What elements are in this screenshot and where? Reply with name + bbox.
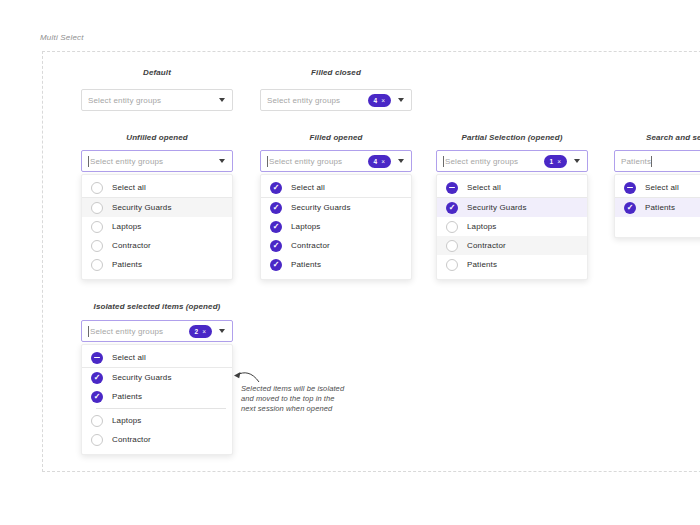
annotation-line: and moved to the top in the xyxy=(241,394,344,404)
clear-selection-icon[interactable]: × xyxy=(381,97,385,104)
text-cursor xyxy=(443,156,444,167)
checkbox-icon xyxy=(446,221,458,233)
text-cursor xyxy=(88,326,89,337)
checkbox-icon xyxy=(270,182,282,194)
example-header-isolated: Isolated selected items (opened) xyxy=(81,302,233,311)
checkbox-icon xyxy=(624,202,636,214)
isolation-divider xyxy=(96,408,226,409)
annotation-line: next session when opened xyxy=(241,404,344,414)
checkbox-icon xyxy=(270,202,282,214)
option-patients[interactable]: Patients xyxy=(615,198,700,217)
example-header-default: Default xyxy=(81,68,233,77)
option-security-guards[interactable]: Security Guards xyxy=(261,198,411,217)
checkbox-icon xyxy=(624,182,636,194)
example-header-search: Search and select xyxy=(646,133,700,142)
select-placeholder: Select entity groups xyxy=(445,157,544,166)
select-placeholder: Select entity groups xyxy=(269,157,368,166)
option-contractor[interactable]: Contractor xyxy=(82,236,232,255)
caret-down-icon xyxy=(398,159,404,163)
checkbox-icon xyxy=(91,352,103,364)
multiselect-partial[interactable]: Select entity groups 1 × xyxy=(436,150,588,172)
checkbox-icon xyxy=(91,221,103,233)
dropdown-panel: Select all Patients xyxy=(614,174,700,238)
annotation-line: Selected items will be isolated xyxy=(241,384,344,394)
option-select-all[interactable]: Select all xyxy=(82,178,232,197)
option-select-all[interactable]: Select all xyxy=(82,348,232,367)
dropdown-panel: Select all Security Guards Laptops Contr… xyxy=(260,174,412,280)
option-patients[interactable]: Patients xyxy=(82,387,232,406)
checkbox-icon xyxy=(91,372,103,384)
selection-count-badge: 2 × xyxy=(189,325,212,338)
checkbox-icon xyxy=(446,182,458,194)
option-select-all[interactable]: Select all xyxy=(615,178,700,197)
select-placeholder: Select entity groups xyxy=(267,96,368,105)
text-cursor xyxy=(267,156,268,167)
annotation-note: Selected items will be isolated and move… xyxy=(241,384,344,414)
design-canvas: Multi Select Default Select entity group… xyxy=(0,0,700,525)
option-laptops[interactable]: Laptops xyxy=(82,217,232,236)
checkbox-icon xyxy=(91,391,103,403)
checkbox-icon xyxy=(446,259,458,271)
checkbox-icon xyxy=(91,202,103,214)
multiselect-unfilled-opened[interactable]: Select entity groups xyxy=(81,150,233,172)
search-input-value: Patients xyxy=(621,157,651,166)
badge-count: 4 xyxy=(374,97,378,104)
annotation-arrow-icon xyxy=(233,369,260,383)
checkbox-icon xyxy=(91,240,103,252)
selection-count-badge: 1 × xyxy=(544,155,567,168)
multiselect-search[interactable]: Patients xyxy=(614,150,700,172)
select-placeholder: Select entity groups xyxy=(88,96,219,105)
option-security-guards[interactable]: Security Guards xyxy=(437,198,587,217)
clear-selection-icon[interactable]: × xyxy=(202,328,206,335)
multiselect-filled-opened[interactable]: Select entity groups 4 × xyxy=(260,150,412,172)
select-placeholder: Select entity groups xyxy=(90,327,189,336)
clear-selection-icon[interactable]: × xyxy=(381,158,385,165)
checkbox-icon xyxy=(91,434,103,446)
caret-down-icon xyxy=(219,159,225,163)
example-header-filled-closed: Filled closed xyxy=(260,68,412,77)
option-select-all[interactable]: Select all xyxy=(261,178,411,197)
clear-selection-icon[interactable]: × xyxy=(557,158,561,165)
checkbox-icon xyxy=(270,240,282,252)
page-title: Multi Select xyxy=(40,33,84,42)
caret-down-icon xyxy=(219,98,225,102)
example-header-unfilled-opened: Unfilled opened xyxy=(81,133,233,142)
multiselect-default[interactable]: Select entity groups xyxy=(81,89,233,111)
selection-count-badge: 4 × xyxy=(368,94,391,107)
option-patients[interactable]: Patients xyxy=(82,255,232,274)
option-laptops[interactable]: Laptops xyxy=(437,217,587,236)
option-select-all[interactable]: Select all xyxy=(437,178,587,197)
checkbox-icon xyxy=(270,221,282,233)
example-header-filled-opened: Filled opened xyxy=(260,133,412,142)
option-security-guards[interactable]: Security Guards xyxy=(82,368,232,387)
text-cursor xyxy=(651,156,652,167)
badge-count: 1 xyxy=(550,158,554,165)
checkbox-icon xyxy=(270,259,282,271)
caret-down-icon xyxy=(398,98,404,102)
badge-count: 4 xyxy=(374,158,378,165)
option-laptops[interactable]: Laptops xyxy=(82,411,232,430)
caret-down-icon xyxy=(219,329,225,333)
multiselect-filled-closed[interactable]: Select entity groups 4 × xyxy=(260,89,412,111)
dropdown-panel: Select all Security Guards Laptops Contr… xyxy=(81,174,233,280)
checkbox-icon xyxy=(446,240,458,252)
checkbox-icon xyxy=(91,415,103,427)
option-contractor[interactable]: Contractor xyxy=(82,430,232,449)
dropdown-panel: Select all Security Guards Laptops Contr… xyxy=(436,174,588,280)
dropdown-panel: Select all Security Guards Patients Lapt… xyxy=(81,344,233,455)
badge-count: 2 xyxy=(195,328,199,335)
checkbox-icon xyxy=(446,202,458,214)
checkbox-icon xyxy=(91,182,103,194)
option-security-guards[interactable]: Security Guards xyxy=(82,198,232,217)
option-patients[interactable]: Patients xyxy=(261,255,411,274)
option-contractor[interactable]: Contractor xyxy=(261,236,411,255)
option-laptops[interactable]: Laptops xyxy=(261,217,411,236)
multiselect-isolated[interactable]: Select entity groups 2 × xyxy=(81,320,233,342)
select-placeholder: Select entity groups xyxy=(90,157,219,166)
option-contractor[interactable]: Contractor xyxy=(437,236,587,255)
option-patients[interactable]: Patients xyxy=(437,255,587,274)
example-header-partial: Partial Selection (opened) xyxy=(436,133,588,142)
caret-down-icon xyxy=(574,159,580,163)
checkbox-icon xyxy=(91,259,103,271)
text-cursor xyxy=(88,156,89,167)
